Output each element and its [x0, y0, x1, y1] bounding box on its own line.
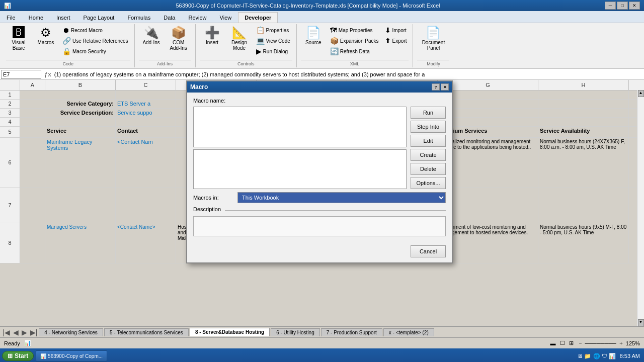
document-panel-button[interactable]: 📄 DocumentPanel — [420, 25, 448, 52]
function-icon[interactable]: ƒx — [43, 70, 52, 78]
tab-utility-hosting[interactable]: 6 - Utility Hosting — [271, 328, 320, 336]
visual-basic-button[interactable]: 🅱 VisualBasic — [6, 25, 31, 52]
sheet-tab-last[interactable]: ▶| — [29, 328, 39, 336]
sheet-tab-first[interactable]: |◀ — [1, 328, 12, 336]
cell-h2[interactable] — [538, 100, 629, 108]
cancel-button[interactable]: Cancel — [411, 245, 446, 257]
scroll-down-button[interactable]: ▼ — [638, 319, 644, 326]
modal-help-button[interactable]: ? — [432, 83, 440, 90]
zoom-in-button[interactable]: ＋ — [618, 339, 624, 347]
macro-list[interactable] — [193, 149, 407, 189]
cell-c8[interactable]: <Contact Name> — [116, 223, 176, 263]
cell-h7[interactable] — [538, 188, 629, 223]
taskbar-excel-window[interactable]: 📊 563900-Copy of Copm... — [36, 350, 107, 361]
cell-b5[interactable]: Service — [45, 127, 116, 137]
cell-g5[interactable]: Premium Services — [438, 127, 538, 137]
import-button[interactable]: ⬇ Import — [383, 25, 409, 35]
close-button[interactable]: ✕ — [629, 2, 640, 10]
description-textarea[interactable] — [193, 216, 446, 236]
cell-c7[interactable] — [116, 188, 176, 223]
cell-a4[interactable] — [20, 118, 45, 126]
cell-b6[interactable]: Mainframe Legacy Systems — [45, 138, 116, 188]
cell-a2[interactable] — [20, 100, 45, 108]
tab-page-layout[interactable]: Page Layout — [77, 12, 121, 23]
cell-b4[interactable] — [45, 118, 116, 126]
tab-server-database-hosting[interactable]: 8 - Server&Database Hosting — [190, 328, 270, 336]
cell-g3[interactable] — [438, 109, 538, 117]
macros-in-select[interactable]: This Workbook — [237, 192, 446, 203]
refresh-data-button[interactable]: 🔄 Refresh Data — [328, 46, 381, 56]
tab-view[interactable]: View — [213, 12, 238, 23]
cell-g6[interactable]: Specialized monitoring and management sp… — [438, 138, 538, 188]
cell-c3[interactable]: Service suppo — [116, 109, 176, 117]
tab-insert[interactable]: Insert — [50, 12, 77, 23]
cell-h4[interactable] — [538, 118, 629, 126]
cell-a6[interactable] — [20, 138, 45, 188]
sheet-tab-prev[interactable]: ◀ — [12, 328, 20, 336]
zoom-out-button[interactable]: － — [578, 339, 583, 347]
cell-b3[interactable]: Service Description: — [45, 109, 116, 117]
cell-h5[interactable]: Service Availability — [538, 127, 629, 137]
cell-g8[interactable]: Assignment of low-cost monitoring and ma… — [438, 223, 538, 263]
map-properties-button[interactable]: 🗺 Map Properties — [328, 25, 381, 35]
view-page-break[interactable]: ⊞ — [569, 340, 574, 346]
col-header-h[interactable]: H — [538, 80, 629, 90]
cell-b7[interactable] — [45, 188, 116, 223]
tab-networking-services[interactable]: 4 - Networking Services — [39, 328, 103, 336]
macros-button[interactable]: ⚙ Macros — [33, 25, 58, 47]
zoom-slider[interactable]: ──────── — [585, 340, 616, 346]
formula-input[interactable] — [54, 70, 643, 79]
cell-a5[interactable] — [20, 127, 45, 137]
cell-g2[interactable] — [438, 100, 538, 108]
sheet-tab-next[interactable]: ▶ — [20, 328, 29, 336]
properties-button[interactable]: 📋 Properties — [254, 25, 292, 35]
delete-button[interactable]: Delete — [411, 163, 446, 175]
name-box[interactable] — [1, 70, 41, 79]
macro-security-button[interactable]: 🔒 Macro Security — [60, 46, 130, 56]
export-button[interactable]: ⬆ Export — [383, 36, 409, 46]
col-header-c[interactable]: C — [116, 80, 176, 90]
cell-c6[interactable]: <Contact Nam — [116, 138, 176, 188]
cell-g1[interactable] — [438, 90, 538, 99]
cell-c1[interactable] — [116, 90, 176, 99]
tab-formulas[interactable]: Formulas — [121, 12, 157, 23]
record-macro-button[interactable]: ⏺ Record Macro — [60, 25, 130, 35]
cell-h6[interactable]: Normal business hours (24X7X365) F, 8:00… — [538, 138, 629, 188]
tab-review[interactable]: Review — [182, 12, 213, 23]
tab-file[interactable]: File — [0, 12, 22, 23]
tab-template[interactable]: x - <template> (2) — [383, 328, 434, 336]
cell-c4[interactable] — [116, 118, 176, 126]
cell-c5[interactable]: Contact — [116, 127, 176, 137]
tab-data[interactable]: Data — [157, 12, 182, 23]
cell-h1[interactable] — [538, 90, 629, 99]
tab-telecom-services[interactable]: 5 - Telecommunications Services — [104, 328, 189, 336]
cell-b8[interactable]: Managed Servers — [45, 223, 116, 263]
cell-a8[interactable] — [20, 223, 45, 263]
cell-g4[interactable] — [438, 118, 538, 126]
tab-developer[interactable]: Developer — [238, 12, 278, 23]
start-button[interactable]: ⊞ Start — [2, 351, 34, 361]
col-header-a[interactable]: A — [20, 80, 45, 90]
modal-close-button[interactable]: ✕ — [441, 83, 449, 90]
cell-b2[interactable]: Service Category: — [45, 100, 116, 108]
cell-b1[interactable] — [45, 90, 116, 99]
scroll-up-button[interactable]: ▲ — [638, 90, 644, 97]
view-page-layout[interactable]: ☐ — [560, 340, 565, 346]
cell-a7[interactable] — [20, 188, 45, 223]
cell-c2[interactable]: ETS Server a — [116, 100, 176, 108]
use-relative-references-button[interactable]: 🔗 Use Relative References — [60, 36, 130, 46]
cell-a3[interactable] — [20, 109, 45, 117]
step-into-button[interactable]: Step Into — [411, 121, 446, 133]
col-header-g[interactable]: G — [438, 80, 538, 90]
maximize-button[interactable]: □ — [617, 2, 628, 10]
add-ins-button[interactable]: 🔌 Add-Ins — [139, 25, 164, 47]
view-normal[interactable]: ▬ — [550, 340, 556, 346]
com-add-ins-button[interactable]: 📦 COMAdd-Ins — [166, 25, 191, 52]
insert-button[interactable]: ➕ Insert — [200, 25, 225, 47]
cell-g7[interactable] — [438, 188, 538, 223]
edit-button[interactable]: Edit — [411, 135, 446, 147]
cell-a1[interactable] — [20, 90, 45, 99]
tab-home[interactable]: Home — [22, 12, 50, 23]
run-dialog-button[interactable]: ▶ Run Dialog — [254, 46, 292, 56]
minimize-button[interactable]: ─ — [605, 2, 616, 10]
